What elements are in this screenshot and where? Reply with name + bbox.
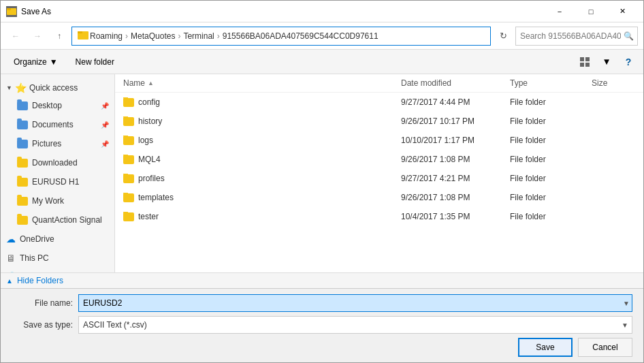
svg-rect-5 xyxy=(585,57,590,61)
svg-rect-7 xyxy=(585,63,590,67)
file-type-cell: File folder xyxy=(504,193,586,202)
search-wrap: 🔍 xyxy=(515,27,638,46)
savetype-label: Save as type: xyxy=(12,320,73,330)
file-name-cell: tester xyxy=(138,212,159,221)
view-dropdown-button[interactable]: ▼ xyxy=(597,52,616,72)
sidebar-item-pictures[interactable]: Pictures 📌 xyxy=(1,134,114,153)
bottom-panel: File name: ▼ Save as type: ASCII Text (*… xyxy=(1,288,643,362)
folder-icon xyxy=(123,193,134,202)
sidebar-desktop-label: Desktop xyxy=(32,101,62,110)
table-row[interactable]: tester 10/4/2017 1:35 PM File folder xyxy=(115,207,643,226)
onedrive-icon: ☁ xyxy=(6,234,16,244)
bottom-buttons: Save Cancel xyxy=(12,338,632,357)
file-name-cell: logs xyxy=(138,136,153,145)
hide-folders-chevron-icon: ▲ xyxy=(6,277,13,285)
title-bar: Save As − □ ✕ xyxy=(1,1,643,22)
hide-folders-row[interactable]: ▲ Hide Folders xyxy=(1,272,643,288)
desktop-folder-icon xyxy=(17,100,28,111)
save-label: Save xyxy=(536,343,554,352)
save-button[interactable]: Save xyxy=(518,338,573,357)
file-area: Name ▲ Date modified Type Size config 9/… xyxy=(115,74,643,272)
folder-icon xyxy=(123,155,134,164)
col-header-type[interactable]: Type xyxy=(504,74,586,92)
savetype-row: Save as type: ASCII Text (*.csv) ▼ xyxy=(12,316,632,334)
table-row[interactable]: MQL4 9/26/2017 1:08 PM File folder xyxy=(115,150,643,169)
folder-icon xyxy=(123,212,134,221)
file-type-cell: File folder xyxy=(504,212,586,221)
svg-rect-3 xyxy=(78,31,82,33)
desktop-pin-icon: 📌 xyxy=(101,102,109,110)
table-row[interactable]: config 9/27/2017 4:44 PM File folder xyxy=(115,93,643,112)
filename-row: File name: ▼ xyxy=(12,294,632,312)
table-row[interactable]: logs 10/10/2017 1:17 PM File folder xyxy=(115,131,643,150)
close-button[interactable]: ✕ xyxy=(607,1,638,22)
file-date-cell: 10/10/2017 1:17 PM xyxy=(396,136,504,145)
sidebar-item-mywork[interactable]: My Work xyxy=(1,191,114,210)
address-path-parts: Roaming › MetaQuotes › Terminal › 915566… xyxy=(78,30,379,42)
file-table-header: Name ▲ Date modified Type Size xyxy=(115,74,643,93)
file-rows-container: config 9/27/2017 4:44 PM File folder his… xyxy=(115,93,643,226)
window-title: Save As xyxy=(21,7,544,16)
organize-button[interactable]: Organize ▼ xyxy=(6,52,65,72)
refresh-button[interactable]: ↻ xyxy=(494,27,513,46)
sidebar: ▼ ⭐ Quick access Desktop 📌 xyxy=(1,74,115,272)
hide-folders-text[interactable]: Hide Folders xyxy=(17,276,63,285)
view-mode-button[interactable] xyxy=(575,52,594,72)
savetype-select-wrap: ASCII Text (*.csv) ▼ xyxy=(78,316,632,334)
view-grid-icon xyxy=(579,57,590,67)
table-row[interactable]: profiles 9/27/2017 4:21 PM File folder xyxy=(115,169,643,188)
forward-button[interactable]: → xyxy=(28,27,47,46)
col-header-size[interactable]: Size xyxy=(586,74,641,92)
address-path-box[interactable]: Roaming › MetaQuotes › Terminal › 915566… xyxy=(71,27,491,46)
up-button[interactable]: ↑ xyxy=(50,27,69,46)
filename-label: File name: xyxy=(12,298,73,308)
col-type-label: Type xyxy=(510,78,528,88)
savetype-select[interactable]: ASCII Text (*.csv) xyxy=(78,316,632,334)
folder-icon xyxy=(123,136,134,145)
cancel-button[interactable]: Cancel xyxy=(578,338,632,357)
organize-chevron-icon: ▼ xyxy=(50,57,58,67)
sidebar-item-quantaction[interactable]: QuantAction Signal xyxy=(1,210,114,230)
quick-access-star-icon: ⭐ xyxy=(15,82,27,93)
file-type-cell: File folder xyxy=(504,116,586,126)
col-header-date[interactable]: Date modified xyxy=(396,74,504,92)
search-input[interactable] xyxy=(515,27,638,46)
sidebar-item-eurusd[interactable]: EURUSD H1 xyxy=(1,172,114,191)
sidebar-item-downloaded[interactable]: Downloaded xyxy=(1,153,114,172)
new-folder-label: New folder xyxy=(76,57,114,67)
quick-access-header[interactable]: ▼ ⭐ Quick access xyxy=(1,77,114,96)
file-name-cell: MQL4 xyxy=(138,155,161,164)
file-type-cell: File folder xyxy=(504,155,586,164)
quick-access-chevron: ▼ xyxy=(6,84,12,91)
table-row[interactable]: templates 9/26/2017 1:08 PM File folder xyxy=(115,188,643,207)
maximize-button[interactable]: □ xyxy=(575,1,607,22)
sidebar-item-documents[interactable]: Documents 📌 xyxy=(1,115,114,134)
new-folder-button[interactable]: New folder xyxy=(68,52,122,72)
file-date-cell: 10/4/2017 1:35 PM xyxy=(396,212,504,221)
quantaction-folder-icon xyxy=(17,215,28,225)
sidebar-item-onedrive[interactable]: ☁ OneDrive xyxy=(1,230,114,249)
eurusd-folder-icon xyxy=(17,176,28,187)
file-name-cell: templates xyxy=(138,193,174,202)
file-type-cell: File folder xyxy=(504,97,586,107)
window-icon xyxy=(6,6,17,17)
window-controls: − □ ✕ xyxy=(544,1,638,22)
sidebar-item-desktop[interactable]: Desktop 📌 xyxy=(1,96,114,115)
sidebar-item-network[interactable]: 🌐 Network xyxy=(1,268,114,272)
back-button[interactable]: ← xyxy=(6,27,25,46)
filename-input[interactable] xyxy=(78,294,632,312)
col-header-name[interactable]: Name ▲ xyxy=(118,74,396,92)
file-type-cell: File folder xyxy=(504,174,586,183)
sidebar-mywork-label: My Work xyxy=(32,196,64,206)
table-row[interactable]: history 9/26/2017 10:17 PM File folder xyxy=(115,112,643,131)
minimize-button[interactable]: − xyxy=(544,1,575,22)
path-part-hash: 915566BA06ADA407569C544CC0D97611 xyxy=(223,31,379,41)
help-button[interactable]: ? xyxy=(619,52,638,72)
path-part-roaming: Roaming xyxy=(90,31,123,41)
sidebar-item-thispc[interactable]: 🖥 This PC xyxy=(1,249,114,268)
documents-folder-icon xyxy=(17,119,28,130)
file-date-cell: 9/27/2017 4:44 PM xyxy=(396,97,504,107)
folder-icon xyxy=(123,174,134,183)
sidebar-documents-label: Documents xyxy=(32,120,74,129)
svg-rect-4 xyxy=(580,57,584,61)
